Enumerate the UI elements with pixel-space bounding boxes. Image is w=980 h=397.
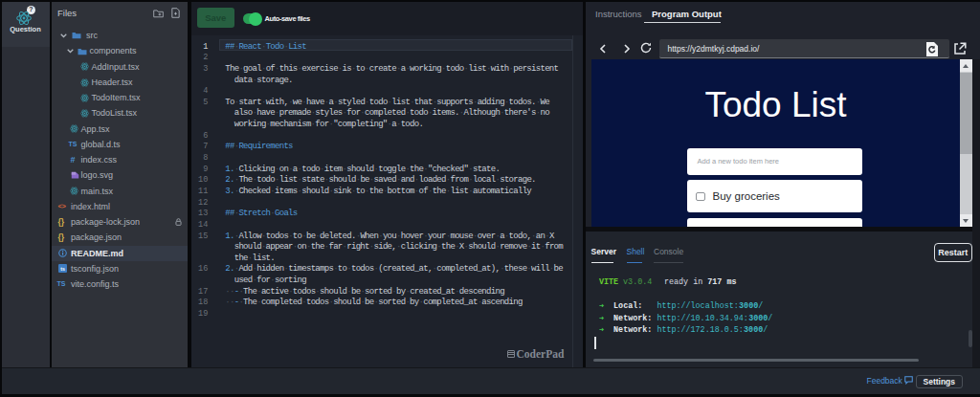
svg-text:ts: ts <box>60 266 65 272</box>
